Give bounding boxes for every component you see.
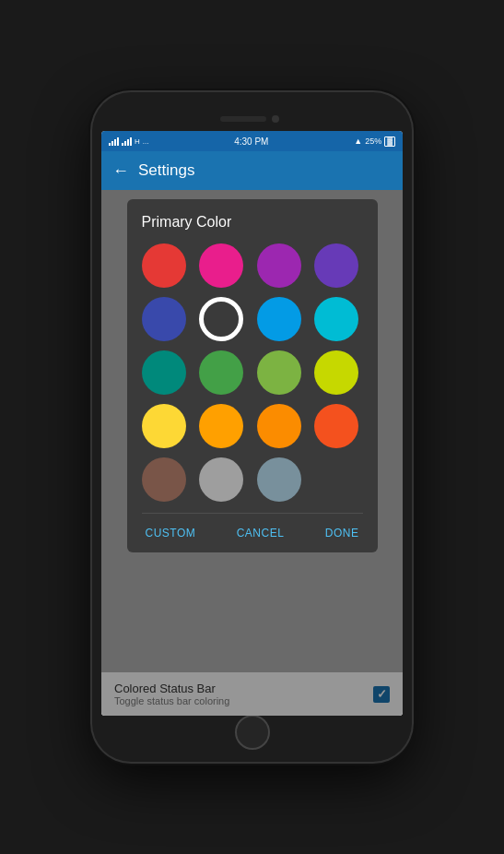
dialog-actions: CUSTOM CANCEL DONE — [142, 513, 363, 552]
signal-icon-2 — [122, 137, 132, 146]
home-button[interactable] — [235, 715, 270, 750]
phone-top-bar — [101, 109, 403, 129]
content-area: Primary Color — [101, 190, 403, 716]
color-swatch-indigo[interactable] — [142, 297, 186, 341]
color-swatch-lime-green[interactable] — [257, 350, 301, 395]
status-time: 4:30 PM — [234, 136, 268, 147]
signal-icon — [109, 137, 119, 146]
custom-button[interactable]: CUSTOM — [142, 521, 200, 545]
camera — [272, 115, 279, 123]
status-left: H ... — [109, 137, 148, 146]
screen: H ... 4:30 PM ▲ 25% ▓ ← Settings Primary… — [101, 131, 403, 716]
color-swatch-brown[interactable] — [142, 457, 186, 502]
color-swatch-grey[interactable] — [199, 457, 243, 502]
color-swatch-deep-orange[interactable] — [314, 404, 358, 448]
status-dots: ... — [143, 137, 149, 146]
back-button[interactable]: ← — [112, 161, 129, 181]
done-button[interactable]: DONE — [322, 521, 363, 545]
color-swatch-amber[interactable] — [199, 404, 243, 448]
dialog-backdrop: Primary Color — [101, 190, 403, 716]
color-grid — [142, 243, 363, 502]
color-swatch-green[interactable] — [199, 350, 243, 395]
color-swatch-purple[interactable] — [257, 243, 301, 288]
app-toolbar: ← Settings — [101, 151, 403, 190]
speaker — [220, 116, 266, 122]
color-swatch-yellow-green[interactable] — [314, 350, 358, 395]
color-swatch-orange[interactable] — [257, 404, 301, 448]
phone-frame: H ... 4:30 PM ▲ 25% ▓ ← Settings Primary… — [92, 92, 412, 762]
color-swatch-blue-grey[interactable] — [257, 457, 301, 502]
color-swatch-yellow[interactable] — [142, 404, 186, 448]
battery-icon: ▓ — [384, 136, 395, 147]
color-swatch-pink[interactable] — [199, 243, 243, 288]
toolbar-title: Settings — [138, 161, 194, 180]
phone-bottom — [101, 719, 403, 745]
wifi-icon: ▲ — [354, 136, 362, 146]
color-swatch-green-teal[interactable] — [142, 350, 186, 395]
color-swatch-light-blue[interactable] — [199, 297, 243, 341]
status-network: H — [135, 137, 140, 146]
color-swatch-cyan-blue[interactable] — [257, 297, 301, 341]
color-swatch-red[interactable] — [142, 243, 186, 288]
dialog-title: Primary Color — [142, 214, 363, 231]
color-picker-dialog: Primary Color — [127, 199, 378, 552]
color-swatch-teal[interactable] — [314, 297, 358, 341]
color-swatch-deep-purple[interactable] — [314, 243, 358, 288]
status-bar: H ... 4:30 PM ▲ 25% ▓ — [101, 131, 403, 151]
cancel-button[interactable]: CANCEL — [233, 521, 288, 545]
battery-percent: 25% — [365, 136, 381, 146]
status-right: ▲ 25% ▓ — [354, 136, 395, 147]
